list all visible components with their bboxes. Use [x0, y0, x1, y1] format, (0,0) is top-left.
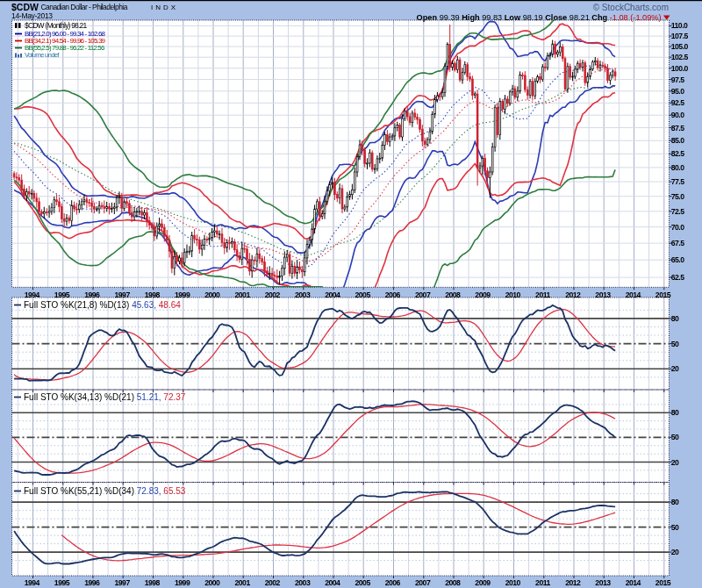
svg-text:Full STO %K(55,21) %D(34) 72.8: Full STO %K(55,21) %D(34) 72.83, 65.53: [24, 486, 186, 496]
svg-text:2014: 2014: [626, 290, 641, 299]
svg-text:2008: 2008: [445, 578, 461, 587]
svg-text:80.0: 80.0: [671, 163, 685, 172]
svg-text:85.0: 85.0: [671, 136, 685, 145]
svg-text:Canadian Dollar - Philadelphia: Canadian Dollar - Philadelphia: [41, 3, 128, 11]
svg-text:2015: 2015: [655, 578, 671, 587]
svg-text:80: 80: [671, 498, 679, 506]
svg-text:77.5: 77.5: [671, 177, 685, 186]
svg-text:80: 80: [671, 314, 679, 323]
svg-text:2004: 2004: [325, 290, 340, 299]
svg-text:75.0: 75.0: [671, 192, 685, 201]
svg-text:1998: 1998: [145, 578, 161, 587]
svg-text:72.5: 72.5: [671, 207, 685, 216]
svg-text:2002: 2002: [265, 290, 281, 299]
svg-text:2010: 2010: [505, 290, 521, 299]
svg-text:Full STO %K(21,8) %D(13) 45.63: Full STO %K(21,8) %D(13) 45.63, 48.64: [24, 300, 181, 310]
svg-text:82.5: 82.5: [671, 149, 685, 158]
svg-text:1997: 1997: [114, 290, 130, 299]
svg-text:2009: 2009: [475, 578, 491, 587]
svg-text:2013: 2013: [595, 290, 611, 299]
svg-text:1996: 1996: [84, 578, 100, 587]
svg-text:2002: 2002: [265, 578, 281, 587]
svg-text:2011: 2011: [535, 290, 551, 299]
svg-text:70.0: 70.0: [671, 223, 685, 232]
svg-text:Volume undef: Volume undef: [25, 51, 60, 59]
svg-text:14-May-2013: 14-May-2013: [11, 11, 53, 20]
svg-text:1999: 1999: [175, 578, 190, 587]
svg-text:1996: 1996: [84, 290, 100, 299]
svg-text:2007: 2007: [415, 578, 431, 587]
svg-text:67.5: 67.5: [671, 239, 685, 247]
svg-text:1999: 1999: [175, 290, 190, 299]
svg-text:2015: 2015: [655, 290, 671, 299]
svg-text:107.5: 107.5: [671, 32, 689, 40]
svg-text:20: 20: [671, 458, 679, 467]
svg-text:2005: 2005: [355, 578, 370, 587]
svg-text:97.5: 97.5: [671, 75, 685, 84]
svg-text:2000: 2000: [204, 578, 220, 587]
svg-text:Full STO %K(34,13) %D(21) 51.2: Full STO %K(34,13) %D(21) 51.21, 72.37: [24, 392, 186, 402]
svg-text:© StockCharts.com: © StockCharts.com: [593, 3, 669, 12]
svg-text:2011: 2011: [535, 578, 551, 587]
svg-text:20: 20: [671, 548, 679, 556]
svg-text:1994: 1994: [25, 290, 40, 299]
svg-text:2001: 2001: [234, 290, 250, 299]
svg-text:2005: 2005: [355, 290, 370, 299]
svg-text:102.5: 102.5: [671, 53, 689, 61]
svg-text:2012: 2012: [565, 578, 581, 587]
svg-text:1995: 1995: [54, 578, 70, 587]
svg-text:105.0: 105.0: [671, 42, 689, 51]
svg-text:110.0: 110.0: [671, 21, 688, 30]
svg-text:2007: 2007: [415, 290, 431, 299]
svg-text:2013: 2013: [595, 578, 611, 587]
svg-text:2006: 2006: [385, 578, 401, 587]
svg-text:2008: 2008: [445, 290, 461, 299]
svg-text:2000: 2000: [204, 290, 220, 299]
svg-text:62.5: 62.5: [671, 273, 685, 282]
svg-text:95.0: 95.0: [671, 87, 685, 96]
svg-text:87.5: 87.5: [671, 124, 685, 133]
svg-text:50: 50: [671, 340, 679, 348]
svg-text:80: 80: [671, 408, 679, 417]
svg-text:INDX: INDX: [151, 4, 178, 11]
svg-text:2012: 2012: [565, 290, 581, 299]
svg-text:50: 50: [671, 433, 679, 441]
svg-text:1995: 1995: [54, 290, 70, 299]
svg-text:$CDW: $CDW: [11, 2, 39, 12]
svg-text:2006: 2006: [385, 290, 401, 299]
svg-text:2001: 2001: [234, 578, 250, 587]
svg-text:$CDW (Monthly) 98.21: $CDW (Monthly) 98.21: [25, 21, 88, 30]
svg-text:2014: 2014: [626, 578, 641, 587]
svg-text:2010: 2010: [505, 578, 521, 587]
svg-text:2003: 2003: [295, 578, 311, 587]
svg-text:1994: 1994: [25, 578, 40, 587]
svg-text:20: 20: [671, 364, 679, 373]
svg-text:92.5: 92.5: [671, 98, 685, 107]
svg-text:100.0: 100.0: [671, 64, 689, 73]
svg-text:2009: 2009: [475, 290, 491, 299]
svg-text:2004: 2004: [325, 578, 340, 587]
svg-text:65.0: 65.0: [671, 255, 685, 264]
svg-text:90.0: 90.0: [671, 111, 685, 119]
svg-text:1998: 1998: [145, 290, 161, 299]
svg-text:2003: 2003: [295, 290, 311, 299]
svg-text:50: 50: [671, 523, 679, 532]
svg-text:1997: 1997: [114, 578, 130, 587]
svg-text:Open 99.39 High 99.83 Low 98.1: Open 99.39 High 99.83 Low 98.19 Close 98…: [417, 13, 662, 22]
